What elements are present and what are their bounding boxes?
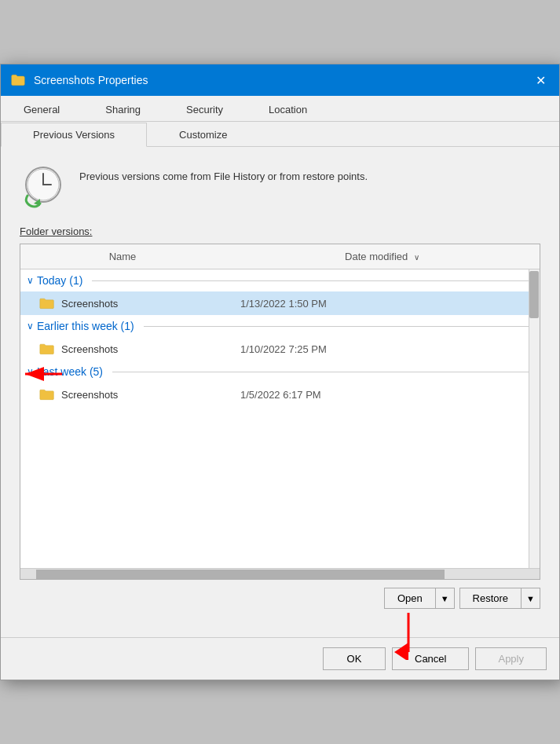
close-button[interactable]: ✕: [531, 71, 550, 90]
title-bar: Screenshots Properties ✕: [1, 64, 559, 96]
restore-button[interactable]: Restore: [459, 588, 522, 609]
tabs-row1: General Sharing Security Location: [1, 96, 559, 122]
col-name: Name: [20, 249, 225, 264]
folder-versions-label: Folder versions:: [20, 225, 540, 237]
horizontal-scrollbar[interactable]: [20, 568, 540, 579]
col-date: Date modified ∨: [225, 249, 540, 264]
action-buttons: Open ▼ Restore ▼: [20, 588, 540, 609]
table-body[interactable]: ∨ Today (1) Screenshots 1/13/2022 1:50 P…: [20, 269, 540, 568]
title-bar-text: Screenshots Properties: [34, 74, 523, 86]
scrollbar-thumb[interactable]: [529, 271, 539, 318]
tab-sharing[interactable]: Sharing: [82, 97, 163, 122]
tab-previous-versions[interactable]: Previous Versions: [1, 123, 147, 147]
folder-icon: [10, 72, 26, 88]
ok-button[interactable]: OK: [323, 647, 386, 670]
sort-icon: ∨: [414, 253, 419, 262]
cancel-button[interactable]: Cancel: [392, 647, 469, 670]
table-row[interactable]: Screenshots 1/5/2022 6:17 PM: [20, 383, 540, 406]
tabs-row2: Previous Versions Customize: [1, 122, 559, 147]
clock-icon: [20, 163, 67, 210]
info-section: Previous versions come from File History…: [20, 163, 540, 210]
open-button-group: Open ▼: [384, 588, 455, 609]
folder-row-icon: [39, 387, 55, 401]
divider: [144, 326, 533, 327]
bottom-buttons: OK Cancel Apply: [1, 637, 559, 680]
restore-button-group: Restore ▼: [459, 588, 540, 609]
group-last-week: ∨ Last week (5): [20, 361, 540, 383]
open-dropdown-button[interactable]: ▼: [436, 588, 455, 609]
table-row[interactable]: Screenshots 1/10/2022 7:25 PM: [20, 337, 540, 361]
info-text: Previous versions come from File History…: [79, 163, 368, 185]
apply-button[interactable]: Apply: [475, 647, 547, 670]
tab-customize[interactable]: Customize: [147, 123, 259, 147]
content-area: Previous versions come from File History…: [1, 147, 559, 637]
restore-dropdown-button[interactable]: ▼: [522, 588, 540, 609]
divider: [112, 372, 533, 372]
group-today: ∨ Today (1): [20, 269, 540, 291]
folder-row-icon: [39, 296, 55, 310]
versions-table: Name Date modified ∨ ∨ Today (1): [20, 244, 540, 580]
tab-location[interactable]: Location: [246, 97, 330, 122]
group-earlier: ∨ Earlier this week (1): [20, 315, 540, 337]
open-button[interactable]: Open: [384, 588, 436, 609]
table-row[interactable]: Screenshots 1/13/2022 1:50 PM: [20, 291, 540, 315]
tab-security[interactable]: Security: [163, 97, 246, 122]
divider: [92, 280, 533, 281]
tab-general[interactable]: General: [1, 97, 82, 122]
folder-row-icon: [39, 342, 55, 356]
dialog-window: Screenshots Properties ✕ General Sharing…: [0, 64, 560, 680]
table-header: Name Date modified ∨: [20, 244, 540, 269]
scrollbar-track[interactable]: [529, 269, 540, 568]
h-scroll-thumb[interactable]: [36, 570, 445, 579]
